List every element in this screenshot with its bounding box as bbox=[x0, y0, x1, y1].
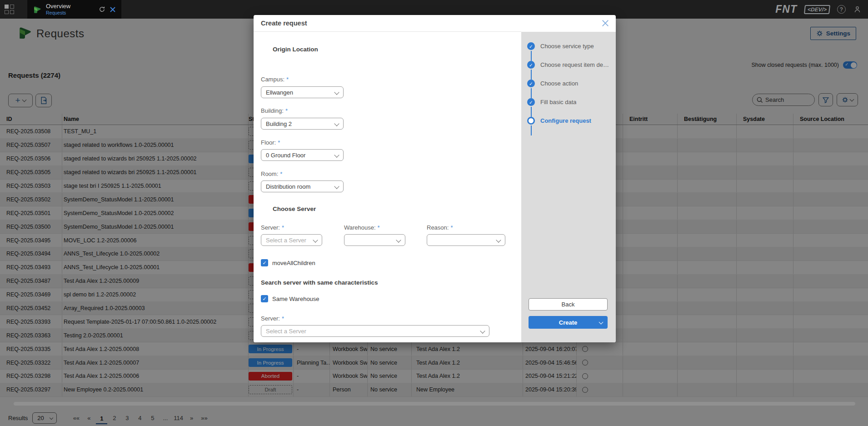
floor-select[interactable]: 0 Ground Floor bbox=[261, 149, 344, 161]
wizard-step[interactable]: ✓ Choose action bbox=[527, 79, 613, 98]
warehouse-label: Warehouse:* bbox=[344, 224, 380, 231]
step-state-icon: ✓ bbox=[527, 98, 535, 106]
modal-title: Create request bbox=[261, 15, 307, 31]
room-label: Room:* bbox=[261, 170, 282, 177]
create-request-modal: Create request Origin Location Campus:* … bbox=[254, 15, 616, 342]
server-select[interactable]: Select a Server bbox=[261, 234, 322, 246]
user-icon[interactable] bbox=[853, 5, 862, 14]
building-label: Building:* bbox=[261, 107, 288, 114]
refresh-icon[interactable] bbox=[98, 5, 106, 14]
wizard-steps: ✓ Choose service type ✓ Choose request i… bbox=[527, 42, 613, 135]
move-all-children-checkbox[interactable]: ✓ moveAllChildren bbox=[261, 259, 315, 266]
apps-grid-icon[interactable] bbox=[5, 5, 15, 15]
step-label: Choose request item de… bbox=[540, 61, 609, 68]
wizard-step[interactable]: ✓ Fill basic data bbox=[527, 98, 613, 116]
dev-badge: <DEV/> bbox=[804, 5, 830, 14]
warehouse-select[interactable] bbox=[344, 234, 405, 246]
step-label: Choose service type bbox=[540, 43, 594, 50]
fnt-wordmark: FNT bbox=[775, 3, 797, 15]
tab-overview[interactable]: Overview Requests bbox=[27, 0, 121, 19]
step-state-icon: ✓ bbox=[527, 61, 535, 69]
app-root: Requests Settings Show closed requests (… bbox=[0, 0, 868, 426]
step-state-icon: ✓ bbox=[527, 117, 535, 125]
campus-label: Campus:* bbox=[261, 76, 289, 83]
close-icon[interactable] bbox=[601, 19, 609, 27]
same-warehouse-checkbox[interactable]: ✓ Same Warehouse bbox=[261, 295, 319, 302]
step-label: Fill basic data bbox=[540, 99, 576, 105]
brand-cluster: FNT <DEV/> ? bbox=[775, 0, 862, 19]
fnt-logo-icon bbox=[33, 5, 42, 14]
building-select[interactable]: Building 2 bbox=[261, 118, 344, 130]
wizard-step[interactable]: ✓ Choose request item de… bbox=[527, 60, 613, 79]
step-state-icon: ✓ bbox=[527, 42, 535, 50]
origin-location-heading: Origin Location bbox=[273, 46, 318, 53]
wizard-step[interactable]: ✓ Choose service type bbox=[527, 42, 613, 60]
move-all-children-label: moveAllChildren bbox=[272, 260, 315, 266]
wizard-sidebar: ✓ Choose service type ✓ Choose request i… bbox=[521, 32, 616, 342]
same-characteristics-heading: Search server with same characteristics bbox=[261, 279, 378, 286]
step-label: Choose action bbox=[540, 80, 578, 87]
same-warehouse-label: Same Warehouse bbox=[272, 296, 319, 302]
reason-label: Reason:* bbox=[427, 224, 453, 231]
server2-select[interactable]: Select a Server bbox=[261, 325, 489, 337]
server2-label: Server:* bbox=[261, 315, 284, 322]
floor-label: Floor:* bbox=[261, 139, 280, 146]
step-state-icon: ✓ bbox=[527, 80, 535, 87]
chevron-down-icon bbox=[599, 320, 604, 325]
campus-select[interactable]: Ellwangen bbox=[261, 86, 344, 98]
step-label: Configure request bbox=[540, 117, 591, 124]
close-tab-icon[interactable] bbox=[109, 5, 117, 14]
server-label: Server:* bbox=[261, 224, 284, 231]
tab-subtitle: Requests bbox=[46, 10, 95, 15]
modal-body: Origin Location Campus:* Ellwangen Build… bbox=[254, 32, 521, 342]
choose-server-heading: Choose Server bbox=[273, 205, 316, 212]
wizard-step[interactable]: ✓ Configure request bbox=[527, 116, 613, 135]
create-button[interactable]: Create bbox=[529, 316, 608, 329]
checkbox-checked-icon: ✓ bbox=[261, 295, 268, 302]
checkbox-checked-icon: ✓ bbox=[261, 259, 268, 266]
reason-select[interactable] bbox=[427, 234, 505, 246]
back-button[interactable]: Back bbox=[529, 298, 608, 311]
tab-title: Overview bbox=[46, 3, 95, 10]
room-select[interactable]: Distribution room bbox=[261, 180, 344, 192]
help-icon[interactable]: ? bbox=[837, 5, 846, 14]
